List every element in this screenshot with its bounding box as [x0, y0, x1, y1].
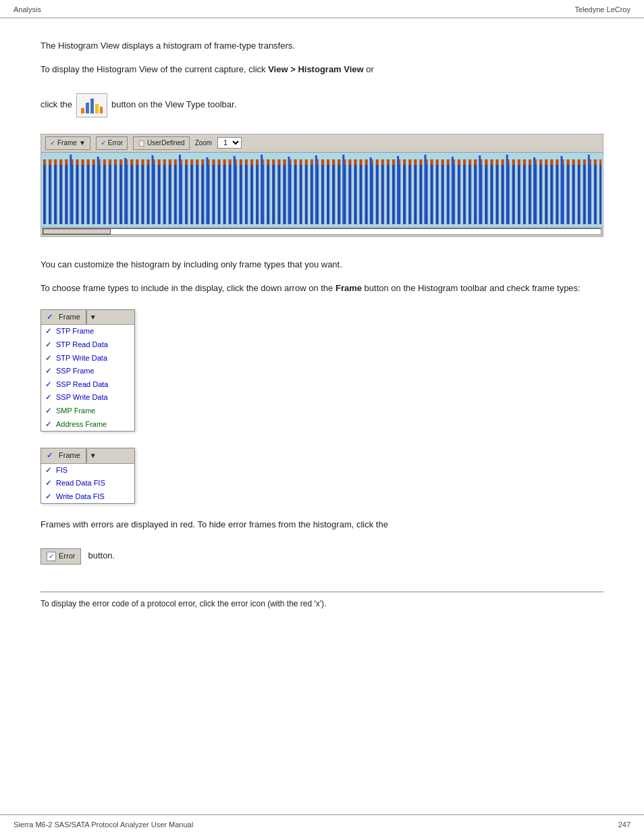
- zoom-select[interactable]: 1 2 4: [217, 137, 242, 149]
- error-toolbar-btn[interactable]: ✓ Error: [96, 136, 128, 150]
- page-header: Analysis Teledyne LeCroy: [0, 0, 644, 18]
- svg-rect-4: [100, 107, 103, 113]
- zoom-label: Zoom: [195, 138, 213, 149]
- frame-item-stp-write-data[interactable]: ✓ STP Write Data: [41, 352, 134, 365]
- histogram-icon-row: click the button on the View Type toolba…: [41, 93, 236, 118]
- choose-frames-paragraph: To choose frame types to include in the …: [41, 281, 603, 295]
- frame-checkmark-1: ✓: [47, 311, 56, 323]
- frame-item-stp-read-data[interactable]: ✓ STP Read Data: [41, 338, 134, 352]
- frame-label-1: Frame: [59, 311, 80, 323]
- error-checkmark-icon: ✓: [49, 551, 54, 562]
- svg-rect-3: [95, 104, 99, 113]
- page-footer: Sierra M6-2 SAS/SATA Protocol Analyzer U…: [0, 814, 644, 834]
- error-button[interactable]: ✓ Error: [41, 548, 81, 565]
- footer-left: Sierra M6-2 SAS/SATA Protocol Analyzer U…: [14, 820, 193, 829]
- frame-header-1: ✓ Frame ▼: [41, 310, 134, 325]
- histogram-screenshot: ✓ Frame ▼ ✓ Error 📋 UserDefined Zoom 1 2…: [41, 134, 603, 237]
- frame-item-write-data-fis[interactable]: ✓ Write Data FIS: [41, 490, 134, 504]
- frame-header-2: ✓ Frame ▼: [41, 448, 134, 464]
- frame-checkmark-2: ✓: [47, 450, 56, 462]
- frame-item-ssp-frame[interactable]: ✓ SSP Frame: [41, 365, 134, 378]
- svg-rect-28: [533, 157, 535, 224]
- svg-rect-14: [152, 155, 154, 224]
- frame-arrow-2[interactable]: ▼: [86, 449, 99, 463]
- frame-toolbar-btn[interactable]: ✓ Frame ▼: [45, 136, 90, 150]
- scrollbar-track[interactable]: [43, 228, 601, 235]
- footer-right: 247: [618, 820, 630, 829]
- svg-rect-21: [342, 155, 344, 224]
- svg-rect-13: [124, 158, 126, 224]
- svg-rect-25: [452, 157, 454, 224]
- frame-item-stp-frame[interactable]: ✓ STP Frame: [41, 325, 134, 338]
- frame-button-1[interactable]: ✓ Frame: [41, 310, 86, 325]
- frame-item-ssp-read-data[interactable]: ✓ SSP Read Data: [41, 378, 134, 392]
- horizontal-scrollbar[interactable]: [41, 227, 603, 236]
- svg-rect-18: [261, 155, 263, 224]
- svg-rect-30: [588, 155, 590, 224]
- histogram-icon-svg: [80, 96, 104, 115]
- svg-rect-0: [81, 108, 84, 113]
- frame-label-2: Frame: [59, 450, 80, 462]
- svg-rect-11: [70, 155, 72, 224]
- error-icon: ✓: [47, 552, 56, 561]
- bottom-note: To display the error code of a protocol …: [41, 598, 603, 610]
- frame-dropdown-1: ✓ Frame ▼ ✓ STP Frame ✓ STP Read Data ✓ …: [41, 309, 135, 432]
- svg-rect-15: [179, 155, 181, 224]
- frame-item-fis[interactable]: ✓ FIS: [41, 464, 134, 477]
- frame-dropdown-2: ✓ Frame ▼ ✓ FIS ✓ Read Data FIS ✓ Write …: [41, 448, 135, 504]
- screenshot-toolbar: ✓ Frame ▼ ✓ Error 📋 UserDefined Zoom 1 2…: [41, 134, 603, 153]
- frame-item-ssp-write-data[interactable]: ✓ SSP Write Data: [41, 391, 134, 405]
- error-paragraph: Frames with errors are displayed in red.…: [41, 517, 603, 531]
- svg-rect-19: [288, 157, 290, 224]
- histogram-toolbar-icon: [76, 93, 107, 118]
- svg-rect-29: [560, 156, 562, 224]
- main-content: The Histogram View displays a histogram …: [0, 18, 644, 651]
- header-right: Teledyne LeCroy: [574, 5, 630, 14]
- scrollbar-thumb[interactable]: [43, 229, 111, 234]
- svg-rect-22: [370, 157, 372, 224]
- svg-rect-26: [479, 155, 481, 224]
- frame-item-address-frame[interactable]: ✓ Address Frame: [41, 418, 134, 432]
- svg-rect-17: [234, 156, 236, 224]
- svg-rect-16: [206, 157, 208, 224]
- intro-paragraph: The Histogram View displays a histogram …: [41, 38, 603, 53]
- svg-rect-1: [86, 103, 89, 113]
- button-suffix-text: button.: [88, 549, 115, 563]
- svg-rect-2: [90, 99, 94, 113]
- svg-rect-23: [397, 156, 399, 224]
- bottom-rule-section: To display the error code of a protocol …: [41, 592, 603, 610]
- user-defined-toolbar-btn[interactable]: 📋 UserDefined: [133, 136, 190, 150]
- view-instruction-paragraph: To display the Histogram View of the cur…: [41, 62, 603, 76]
- frame-item-smp-frame[interactable]: ✓ SMP Frame: [41, 405, 134, 418]
- frame-menus-container: ✓ Frame ▼ ✓ STP Frame ✓ STP Read Data ✓ …: [41, 309, 603, 504]
- frame-item-read-data-fis[interactable]: ✓ Read Data FIS: [41, 477, 134, 490]
- frame-button-2[interactable]: ✓ Frame: [41, 448, 86, 463]
- histogram-bars-svg: [43, 153, 601, 226]
- frame-arrow-1[interactable]: ▼: [86, 311, 99, 324]
- histogram-bars-display: [41, 153, 603, 227]
- customize-paragraph: You can customize the histogram by inclu…: [41, 257, 603, 271]
- header-left: Analysis: [14, 5, 41, 14]
- error-button-label: Error: [59, 550, 75, 563]
- svg-rect-24: [424, 155, 426, 224]
- svg-rect-12: [97, 157, 99, 224]
- svg-rect-27: [506, 155, 508, 224]
- svg-rect-20: [315, 155, 317, 224]
- error-button-row: ✓ Error button.: [41, 542, 603, 571]
